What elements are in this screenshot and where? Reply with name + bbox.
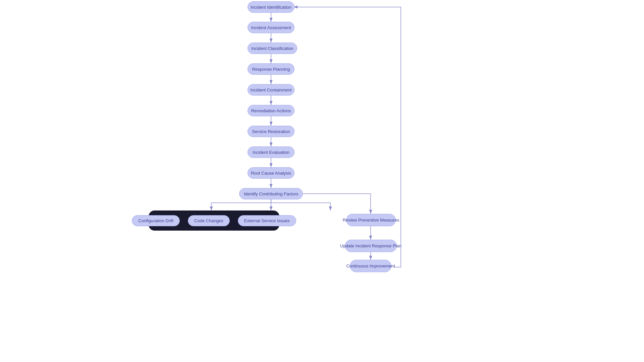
node-external-service-issues[interactable]: External Service Issues — [238, 215, 296, 226]
node-incident-assessment[interactable]: Incident Assessment — [248, 22, 294, 33]
node-code-changes[interactable]: Code Changes — [188, 215, 230, 226]
node-root-cause-analysis[interactable]: Root Cause Analysis — [248, 167, 294, 179]
node-incident-classification[interactable]: Incident Classification — [248, 43, 297, 54]
node-remediation-actions[interactable]: Remediation Actions — [248, 105, 294, 116]
node-identify-contributing-factors[interactable]: Identify Contributing Factors — [239, 188, 303, 199]
node-service-restoration[interactable]: Service Restoration — [248, 126, 294, 137]
node-incident-identification[interactable]: Incident Identification — [248, 1, 294, 13]
node-continuous-improvement[interactable]: Continuous Improvement — [350, 260, 391, 272]
node-update-incident-response-plan[interactable]: Update Incident Response Plan — [345, 240, 397, 252]
flow-arrows — [0, 0, 644, 362]
node-incident-evaluation[interactable]: Incident Evaluation — [248, 146, 294, 158]
dark-box-contributing: Configuration Drift Code Changes Externa… — [149, 210, 279, 231]
node-configuration-drift[interactable]: Configuration Drift — [132, 215, 180, 226]
node-incident-containment[interactable]: Incident Containment — [248, 84, 294, 96]
node-review-preventive-measures[interactable]: Review Preventive Measures — [346, 214, 396, 226]
node-response-planning[interactable]: Response Planning — [248, 63, 294, 75]
diagram-container: Incident Identification Incident Assessm… — [0, 0, 644, 362]
